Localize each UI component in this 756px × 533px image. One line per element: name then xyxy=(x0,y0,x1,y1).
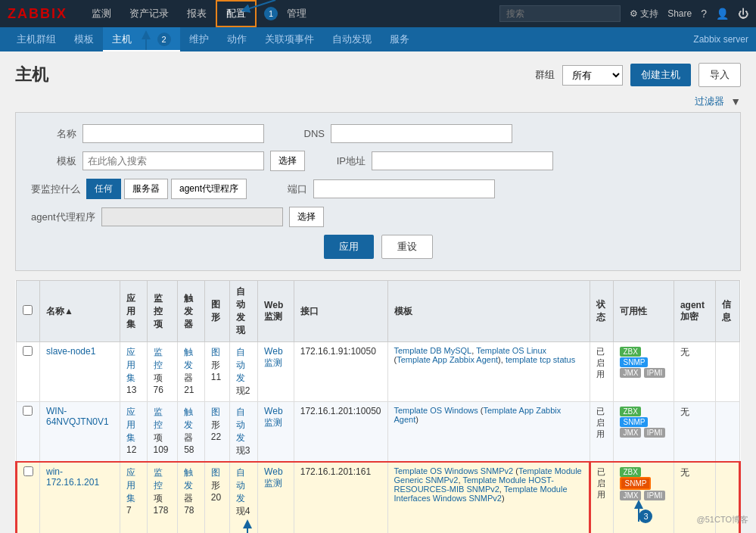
subnav-hosts[interactable]: 主机 2 xyxy=(103,27,180,51)
row1-graph-link[interactable]: 图 xyxy=(211,347,220,357)
table-row: win-172.16.1.201 应用集 7 监控 项178 触发 器78 图 … xyxy=(17,462,740,533)
nav-reports[interactable]: 报表 xyxy=(178,0,216,27)
row1-monitor-link[interactable]: 监控 xyxy=(154,347,163,370)
row2-info xyxy=(716,402,740,463)
row1-web: Web监测 xyxy=(258,342,294,402)
watermark: @51CTO博客 xyxy=(697,514,748,525)
row2-graph-link[interactable]: 图 xyxy=(211,407,220,417)
help-icon[interactable]: ? xyxy=(701,8,707,20)
row1-template-os[interactable]: Template OS Linux xyxy=(476,346,546,355)
top-navigation: ZABBIX 监测 资产记录 报表 配置 1 管理 ⚙ 支持 Share ? 👤… xyxy=(0,0,756,27)
row1-web-link[interactable]: Web监测 xyxy=(264,346,282,368)
monitor-btn-any[interactable]: 任何 xyxy=(86,179,121,199)
filter-form: 名称 DNS 模板 选择 IP地址 要监控什么 任何 xyxy=(15,112,741,271)
filter-agent-input[interactable] xyxy=(101,207,283,226)
row3-graph: 图 形20 xyxy=(204,462,229,533)
row2-discovery-link[interactable]: 自动发 xyxy=(236,407,245,443)
row1-jmx-badge: JMX xyxy=(620,368,641,378)
row3-name-link[interactable]: win-172.16.1.201 xyxy=(46,466,99,488)
subnav-correlation[interactable]: 关联项事件 xyxy=(256,27,323,51)
select-all-checkbox[interactable] xyxy=(23,305,33,315)
row1-template-tcp[interactable]: template tcp status xyxy=(506,355,575,364)
subnav-templates[interactable]: 模板 xyxy=(65,27,103,51)
table-row: slave-node1 应用集 13 监控 项76 触发 器21 图 形11 xyxy=(17,342,740,402)
import-button[interactable]: 导入 xyxy=(698,63,741,87)
monitor-btn-agent[interactable]: agent代理程序 xyxy=(171,179,247,199)
row2-web-link[interactable]: Web监测 xyxy=(264,406,282,428)
filter-template-input[interactable] xyxy=(82,151,264,170)
row3-graph-link[interactable]: 图 xyxy=(211,467,220,478)
row2-trigger-link[interactable]: 触发 xyxy=(184,407,193,430)
nav-admin[interactable]: 管理 xyxy=(278,0,316,27)
page-actions: 群组 所有 创建主机 导入 xyxy=(535,63,741,87)
row1-template-db[interactable]: Template DB MySQL xyxy=(394,346,472,355)
row3-template-os[interactable]: Template OS Windows SNMPv2 xyxy=(394,466,514,475)
row3-monitor-link[interactable]: 监控 xyxy=(154,467,163,491)
arrow3-svg xyxy=(240,518,270,533)
filter-template-select-btn[interactable]: 选择 xyxy=(270,151,305,171)
row3-web-link[interactable]: Web监测 xyxy=(264,466,282,488)
row2-snmp-badge: SNMP xyxy=(620,417,648,427)
filter-toggle[interactable]: 过滤器 xyxy=(695,95,724,108)
row1-check[interactable] xyxy=(23,346,33,356)
server-name: Zabbix server xyxy=(693,34,748,45)
arrow3b-container: 3 xyxy=(620,500,667,519)
subnav-hostgroups[interactable]: 主机群组 xyxy=(8,27,65,51)
nav-assets[interactable]: 资产记录 xyxy=(120,0,178,27)
row3-status: 已启用 xyxy=(590,462,614,533)
monitor-btn-server[interactable]: 服务器 xyxy=(124,179,168,199)
th-checkbox xyxy=(17,281,40,342)
row2-check[interactable] xyxy=(23,406,33,416)
row3-app-count: 7 xyxy=(126,505,132,516)
th-name[interactable]: 名称▲ xyxy=(40,281,120,342)
row3-availability: ZBX SNMP JMX IPMI 3 xyxy=(614,462,674,533)
th-web: Web监测 xyxy=(258,281,294,342)
group-select[interactable]: 所有 xyxy=(562,65,623,86)
row3-discovery-link[interactable]: 自动发 xyxy=(236,467,245,503)
apply-button[interactable]: 应用 xyxy=(324,235,374,259)
row1-trigger-link[interactable]: 触发 xyxy=(184,347,193,370)
row1-app-link[interactable]: 应用集 xyxy=(126,347,135,383)
row2-monitor-count: 项109 xyxy=(154,432,169,455)
row2-app-link[interactable]: 应用集 xyxy=(126,407,135,443)
hosts-table: 名称▲ 应用集 监控项 触发器 图形 自动发现 Web监测 接口 模板 状态 可… xyxy=(15,280,741,533)
subnav-maintenance[interactable]: 维护 xyxy=(180,27,218,51)
row1-template-app[interactable]: Template App Zabbix Agent xyxy=(397,355,498,364)
row1-app: 应用集 13 xyxy=(120,342,147,402)
page-title: 主机 xyxy=(15,64,48,86)
row1-name-link[interactable]: slave-node1 xyxy=(46,346,95,357)
th-monitor-items: 监控项 xyxy=(147,281,178,342)
subnav-services[interactable]: 服务 xyxy=(381,27,418,51)
row1-discovery-link[interactable]: 自动发 xyxy=(236,347,245,383)
search-input[interactable] xyxy=(499,5,621,22)
row2-template-os[interactable]: Template OS Windows xyxy=(394,406,478,415)
filter-ip-input[interactable] xyxy=(372,151,553,170)
support-link[interactable]: ⚙ 支持 xyxy=(630,8,658,20)
row3-trigger-link[interactable]: 触发 xyxy=(184,467,193,491)
reset-button[interactable]: 重设 xyxy=(381,235,433,259)
filter-agent-select-btn[interactable]: 选择 xyxy=(289,207,324,227)
create-host-button[interactable]: 创建主机 xyxy=(630,64,691,86)
row3-check[interactable] xyxy=(23,466,33,476)
row2-name-link[interactable]: WIN-64NVQJTN0V1 xyxy=(46,406,109,427)
share-link[interactable]: Share xyxy=(667,8,692,19)
subnav-actions[interactable]: 动作 xyxy=(218,27,256,51)
user-icon[interactable]: 👤 xyxy=(716,8,729,20)
row2-availability: ZBX SNMP JMX IPMI xyxy=(614,402,674,463)
subnav-discovery[interactable]: 自动发现 xyxy=(323,27,381,51)
row2-web: Web监测 xyxy=(258,402,294,463)
filter-dns-input[interactable] xyxy=(331,124,512,143)
row1-zbx-badge: ZBX xyxy=(620,347,640,357)
row3-app-link[interactable]: 应用集 xyxy=(126,467,135,503)
filter-port-input[interactable] xyxy=(313,179,495,198)
filter-row-4: agent代理程序 选择 xyxy=(31,207,725,227)
row3-monitor-count: 项178 xyxy=(154,493,169,516)
filter-agent-label: agent代理程序 xyxy=(31,210,95,224)
nav-monitor[interactable]: 监测 xyxy=(82,0,120,27)
logout-icon[interactable]: ⏻ xyxy=(738,8,748,20)
row2-ipmi-badge: IPMI xyxy=(644,428,666,438)
row2-monitor-link[interactable]: 监控 xyxy=(154,407,163,430)
row1-status-text: 已启用 xyxy=(596,347,605,379)
filter-icon: ▼ xyxy=(730,95,741,108)
filter-name-input[interactable] xyxy=(82,124,264,143)
